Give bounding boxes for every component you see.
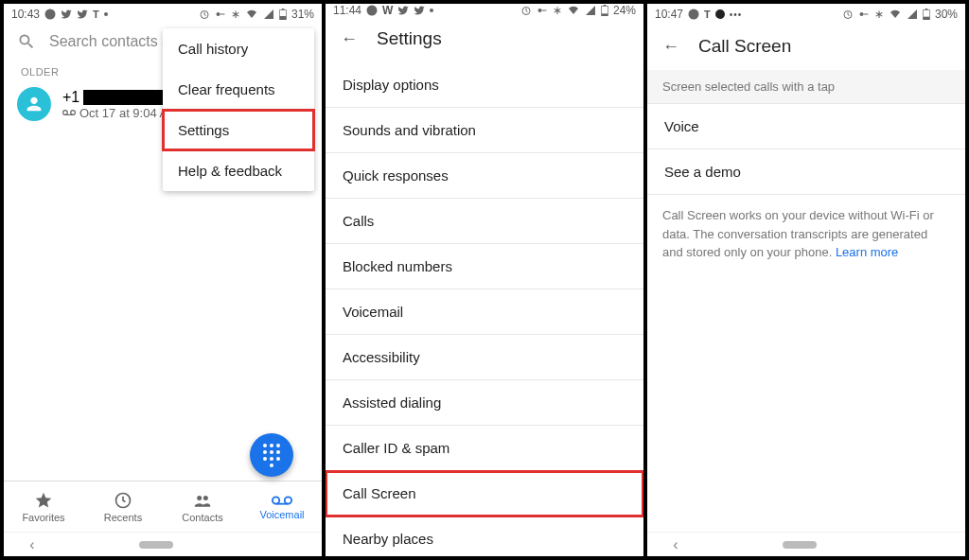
- setting-assisted-dialing[interactable]: Assisted dialing: [326, 380, 643, 426]
- alarm-icon: [520, 5, 532, 16]
- menu-clear-frequents[interactable]: Clear frequents: [163, 69, 314, 110]
- call-screen-description: Call Screen works on your device without…: [647, 195, 965, 273]
- signal-icon: [585, 5, 596, 16]
- back-arrow-icon[interactable]: ←: [662, 37, 679, 57]
- dialpad-fab[interactable]: [250, 433, 293, 477]
- learn-more-link[interactable]: Learn more: [836, 245, 898, 259]
- tab-recents[interactable]: Recents: [83, 481, 163, 532]
- twitter-icon: [77, 9, 88, 20]
- menu-settings[interactable]: Settings: [163, 110, 314, 150]
- setting-accessibility[interactable]: Accessibility: [326, 335, 643, 380]
- setting-calls[interactable]: Calls: [326, 199, 643, 244]
- svg-point-7: [63, 111, 68, 115]
- svg-point-16: [367, 6, 378, 16]
- menu-call-history[interactable]: Call history: [163, 28, 314, 69]
- svg-rect-26: [863, 14, 868, 15]
- setting-caller-id-spam[interactable]: Caller ID & spam: [326, 426, 643, 471]
- vpn-key-icon: [215, 9, 226, 20]
- status-dot-icon: [104, 12, 108, 16]
- setting-voicemail[interactable]: Voicemail: [326, 289, 643, 335]
- settings-app-bar: ← Settings: [326, 17, 643, 62]
- vpn-key-icon: [858, 9, 870, 20]
- signal-icon: [263, 9, 274, 20]
- svg-point-18: [537, 9, 541, 12]
- svg-rect-29: [925, 9, 928, 9]
- alarm-icon: [199, 9, 210, 20]
- tab-label: Recents: [104, 512, 142, 523]
- menu-help-feedback[interactable]: Help & feedback: [163, 150, 314, 191]
- svg-point-0: [45, 9, 56, 20]
- call-screen-app-bar: ← Call Screen: [647, 25, 965, 70]
- svg-rect-19: [541, 10, 546, 11]
- svg-point-12: [203, 496, 208, 500]
- clock-icon: [114, 491, 132, 510]
- battery-icon: [601, 5, 608, 16]
- svg-rect-3: [220, 14, 224, 15]
- battery-icon: [279, 9, 287, 20]
- carrier-icon: T: [93, 9, 99, 20]
- twitter-icon: [397, 5, 409, 16]
- spotify-icon: [44, 9, 56, 20]
- tab-favorites[interactable]: Favorites: [4, 481, 83, 532]
- spotify-icon: [366, 5, 378, 16]
- bottom-navigation: Favorites Recents Contacts Voicemail: [4, 481, 322, 532]
- panel-call-screen: 10:47 T ••• ∗ 30% ← Call Screen Screen s…: [643, 4, 965, 556]
- setting-call-screen[interactable]: Call Screen: [326, 471, 643, 516]
- setting-see-a-demo[interactable]: See a demo: [647, 149, 965, 195]
- wifi-icon: [889, 9, 902, 20]
- nav-home-pill[interactable]: [139, 541, 173, 549]
- status-battery-pct: 30%: [935, 8, 958, 21]
- back-arrow-icon[interactable]: ←: [341, 29, 358, 49]
- vpn-key-icon: [537, 5, 548, 16]
- setting-quick-responses[interactable]: Quick responses: [326, 153, 643, 199]
- overflow-menu: Call history Clear frequents Settings He…: [163, 28, 314, 191]
- tab-label: Contacts: [182, 512, 222, 523]
- battery-icon: [923, 9, 930, 20]
- tab-label: Voicemail: [259, 509, 304, 520]
- nav-home-pill[interactable]: [783, 541, 817, 549]
- alarm-icon: [842, 9, 854, 20]
- voicemail-tape-icon: [62, 108, 76, 117]
- page-title: Settings: [377, 28, 442, 49]
- android-nav-bar: ‹: [647, 532, 965, 556]
- status-bar: 10:43 T ∗ 31%: [4, 4, 322, 25]
- wifi-icon: [245, 9, 258, 20]
- svg-point-14: [285, 497, 291, 503]
- svg-point-25: [859, 12, 863, 16]
- status-time: 10:43: [11, 8, 40, 21]
- svg-rect-5: [280, 16, 287, 20]
- signal-icon: [907, 9, 918, 20]
- svg-point-11: [197, 496, 202, 500]
- svg-rect-28: [924, 17, 930, 20]
- svg-point-8: [71, 111, 76, 115]
- android-nav-bar: ‹: [4, 532, 322, 556]
- svg-point-2: [216, 12, 220, 16]
- notification-dot-icon: [715, 9, 725, 19]
- tab-voicemail[interactable]: Voicemail: [242, 481, 322, 532]
- setting-voice[interactable]: Voice: [647, 104, 965, 149]
- app-icon: W: [382, 4, 393, 17]
- star-icon: [34, 491, 53, 510]
- setting-nearby-places[interactable]: Nearby places: [326, 516, 643, 556]
- setting-sounds-vibration[interactable]: Sounds and vibration: [326, 108, 643, 153]
- setting-blocked-numbers[interactable]: Blocked numbers: [326, 244, 643, 289]
- spotify-icon: [688, 9, 699, 20]
- svg-rect-22: [604, 5, 607, 6]
- more-notif-icon: •••: [730, 9, 743, 20]
- status-time: 10:47: [655, 8, 683, 21]
- nav-back-icon[interactable]: ‹: [673, 536, 678, 553]
- avatar: [17, 87, 51, 121]
- tab-label: Favorites: [22, 512, 64, 523]
- dialpad-icon: [263, 444, 280, 467]
- svg-point-13: [273, 497, 279, 503]
- voicemail-icon: [272, 494, 292, 507]
- wifi-icon: [567, 5, 580, 16]
- people-icon: [193, 491, 212, 510]
- bluetooth-icon: ∗: [874, 8, 884, 21]
- svg-rect-21: [602, 13, 608, 16]
- subheader: Screen selected calls with a tap: [647, 70, 965, 104]
- nav-back-icon[interactable]: ‹: [29, 536, 34, 553]
- tab-contacts[interactable]: Contacts: [163, 481, 242, 532]
- setting-display-options[interactable]: Display options: [326, 62, 643, 108]
- status-bar: 10:47 T ••• ∗ 30%: [647, 4, 965, 25]
